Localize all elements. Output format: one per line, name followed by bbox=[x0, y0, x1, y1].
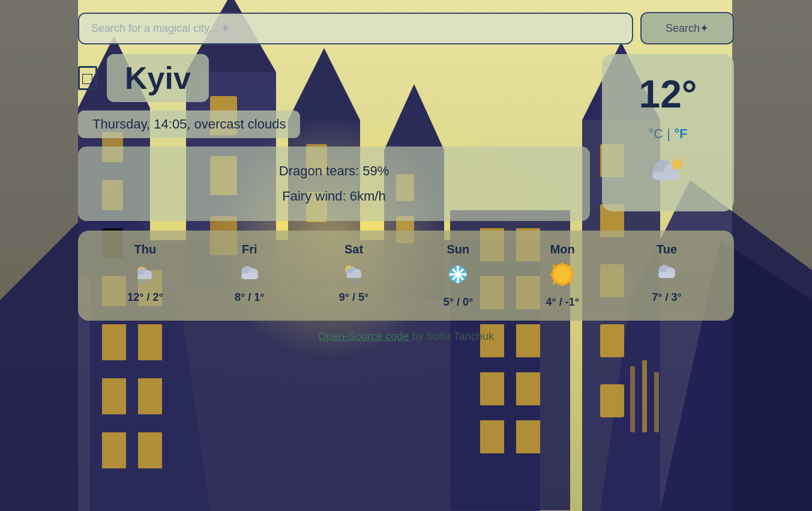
svg-rect-101 bbox=[658, 272, 675, 278]
forecast-day-mon: Mon bbox=[550, 243, 575, 256]
forecast-day-thu: Thu bbox=[134, 243, 157, 256]
forecast-mon: Mon 4° / -1° bbox=[513, 243, 612, 309]
forecast-icon-sat bbox=[341, 261, 367, 286]
svg-line-69 bbox=[146, 280, 147, 283]
search-row: Search✦ bbox=[78, 12, 734, 44]
city-block: □ Kyiv bbox=[78, 54, 590, 102]
city-name: Kyiv bbox=[125, 61, 191, 95]
current-temperature: 12° bbox=[639, 72, 697, 116]
datetime-box: Thursday, 14:05, overcast clouds bbox=[78, 110, 300, 138]
unit-separator: | bbox=[667, 126, 674, 141]
svg-line-77 bbox=[349, 279, 350, 282]
svg-rect-66 bbox=[137, 274, 152, 279]
svg-point-59 bbox=[672, 159, 682, 170]
svg-line-67 bbox=[140, 280, 141, 283]
weather-main: □ Kyiv Thursday, 14:05, overcast clouds … bbox=[78, 54, 734, 221]
svg-rect-76 bbox=[346, 273, 361, 278]
search-input[interactable] bbox=[78, 13, 633, 44]
forecast-temps-mon: 4° / -1° bbox=[546, 296, 579, 309]
forecast-icon-sun bbox=[445, 261, 471, 291]
svg-point-88 bbox=[464, 273, 467, 276]
forecast-temps-tue: 7° / 3° bbox=[652, 291, 681, 304]
svg-rect-72 bbox=[241, 273, 258, 279]
datetime-text: Thursday, 14:05, overcast clouds bbox=[92, 116, 286, 132]
forecast-temps-fri: 8° / 1° bbox=[235, 291, 264, 304]
unit-toggle[interactable]: °C | °F bbox=[649, 126, 688, 142]
svg-line-96 bbox=[570, 282, 572, 284]
city-name-box: Kyiv bbox=[107, 54, 209, 102]
forecast-day-tue: Tue bbox=[657, 243, 677, 256]
forecast-day-fri: Fri bbox=[242, 243, 257, 256]
svg-line-61 bbox=[682, 157, 684, 159]
fahrenheit-unit[interactable]: °F bbox=[674, 126, 687, 141]
svg-line-68 bbox=[143, 280, 144, 283]
forecast-icon-mon bbox=[549, 261, 576, 291]
wind-text: Fairy wind: 6km/h bbox=[102, 189, 566, 204]
forecast-tue: Tue 7° / 3° bbox=[618, 243, 716, 309]
celsius-unit[interactable]: °C bbox=[649, 126, 664, 141]
humidity-text: Dragon tears: 59% bbox=[102, 163, 566, 179]
svg-line-95 bbox=[553, 265, 555, 267]
forecast-temps-sat: 9° / 5° bbox=[339, 291, 368, 304]
bookmark-icon[interactable]: □ bbox=[78, 66, 97, 90]
forecast-fri: Fri 8° / 1° bbox=[200, 243, 299, 309]
search-button[interactable]: Search✦ bbox=[640, 12, 734, 44]
main-content: Search✦ □ Kyiv Thursday, 14:05, overcast… bbox=[0, 0, 812, 511]
svg-point-86 bbox=[457, 280, 460, 283]
footer-suffix: by Sofia Tanchuk bbox=[412, 330, 494, 342]
left-panel: □ Kyiv Thursday, 14:05, overcast clouds … bbox=[78, 54, 590, 221]
svg-rect-58 bbox=[652, 172, 679, 180]
forecast-day-sun: Sun bbox=[447, 243, 470, 256]
footer: Open-Source code by Sofia Tanchuk bbox=[78, 330, 734, 343]
temp-card: 12° °C | °F bbox=[602, 54, 734, 211]
svg-line-79 bbox=[356, 279, 357, 282]
svg-line-97 bbox=[570, 265, 572, 267]
forecast-temps-thu: 12° / 2° bbox=[127, 291, 163, 304]
forecast-day-sat: Sat bbox=[344, 243, 363, 256]
forecast-sun: Sun 5° / 0° bbox=[409, 243, 507, 309]
bookmark-symbol: □ bbox=[82, 69, 92, 88]
details-box: Dragon tears: 59% Fairy wind: 6km/h bbox=[78, 147, 590, 221]
forecast-sat: Sat 9° / 5° bbox=[305, 243, 403, 309]
svg-point-90 bbox=[554, 266, 571, 283]
forecast-icon-thu bbox=[132, 261, 158, 286]
svg-line-98 bbox=[553, 282, 555, 284]
svg-line-78 bbox=[352, 279, 353, 282]
forecast-icon-tue bbox=[654, 261, 680, 286]
open-source-link[interactable]: Open-Source code bbox=[318, 330, 412, 342]
svg-point-85 bbox=[457, 266, 460, 269]
forecast-row: Thu 12° / 2° Fri bbox=[78, 231, 734, 321]
forecast-icon-fri bbox=[236, 261, 263, 286]
svg-point-87 bbox=[450, 273, 453, 276]
forecast-temps-sun: 5° / 0° bbox=[444, 296, 473, 309]
current-weather-icon bbox=[644, 151, 692, 193]
forecast-thu: Thu 12° / 2° bbox=[96, 243, 194, 309]
